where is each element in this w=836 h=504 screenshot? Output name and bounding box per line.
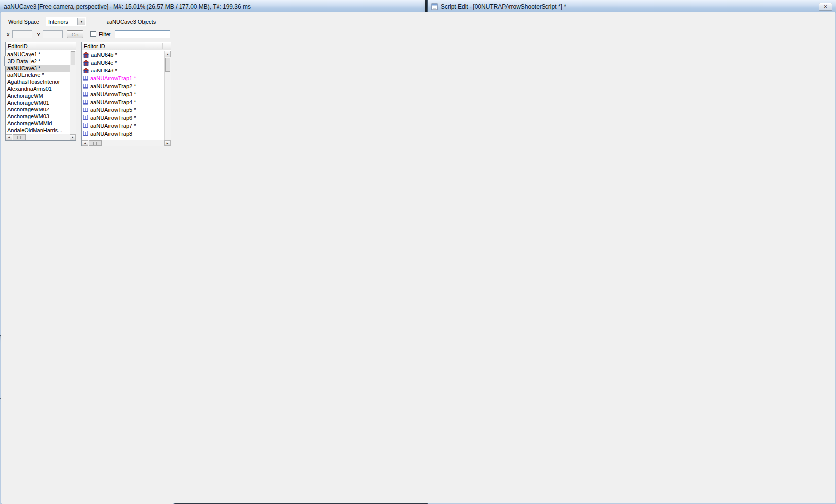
object-list-item[interactable]: aaNU64c * xyxy=(82,59,164,67)
house-icon xyxy=(83,68,89,73)
x-input[interactable] xyxy=(12,30,32,38)
scrollbar-thumb[interactable] xyxy=(71,51,75,65)
cell-list-item[interactable]: AnchorageWM02 xyxy=(6,106,70,113)
cell-view-window: Cell View World Space Interiors aaNUCave… xyxy=(0,398,175,504)
scroll-right-icon[interactable] xyxy=(164,140,171,146)
object-list-item[interactable]: aaNUArrowTrap7 * xyxy=(82,122,164,130)
objects-list-header-label: aaNUCave3 Objects xyxy=(93,19,169,25)
scrollbar-thumb[interactable] xyxy=(165,58,170,72)
render-window-titlebar[interactable]: aaNUCave3 [Free camera, perspective] - M… xyxy=(0,0,425,13)
house-icon xyxy=(83,52,89,58)
scroll-left-icon[interactable] xyxy=(82,140,88,146)
go-button: Go xyxy=(67,30,83,38)
activator-icon xyxy=(83,75,89,81)
object-list: Editor ID aaNU64b * aaNU64c * aaNU64d * … xyxy=(81,42,171,146)
script-window-titlebar[interactable]: Script Edit - [00NUTRAPArrowShooterScrip… xyxy=(428,0,836,13)
cell-list-item[interactable]: AnchorageWM xyxy=(6,92,70,99)
object-list-item[interactable]: aaNUArrowTrap6 * xyxy=(82,114,164,122)
geck-workspace: aaNUCave3 [Free camera, perspective] - M… xyxy=(0,0,836,504)
object-list-header[interactable]: Editor ID xyxy=(82,42,171,50)
cell-list-item[interactable]: aaNUEnclave * xyxy=(6,72,70,78)
x-label: X xyxy=(6,32,10,37)
activator-icon xyxy=(83,91,89,97)
object-list-item[interactable]: aaNUArrowTrap5 * xyxy=(82,106,164,114)
y-input[interactable] xyxy=(43,30,63,38)
y-label: Y xyxy=(37,32,40,37)
house-icon xyxy=(83,60,89,66)
filter-input[interactable] xyxy=(115,30,170,38)
tab-3d-data[interactable]: 3D Data xyxy=(4,56,31,66)
scrollbar-thumb[interactable] xyxy=(89,140,102,146)
world-space-dropdown[interactable]: Interiors xyxy=(46,17,86,26)
object-list-vertical-scrollbar[interactable] xyxy=(164,51,171,140)
object-list-rows: aaNU64b * aaNU64c * aaNU64d * aaNUArrowT… xyxy=(82,51,164,140)
activator-icon xyxy=(83,107,89,113)
cell-list-item-selected[interactable]: aaNUCave3 * xyxy=(6,65,70,72)
activator-icon xyxy=(83,99,89,105)
activator-icon xyxy=(83,123,89,129)
object-list-item[interactable]: aaNUArrowTrap2 * xyxy=(82,82,164,90)
object-list-horizontal-scrollbar[interactable] xyxy=(82,140,171,146)
filter-checkbox[interactable]: Filter xyxy=(90,31,110,37)
object-list-item[interactable]: aaNU64d * xyxy=(82,67,164,74)
close-icon[interactable] xyxy=(819,3,832,11)
activator-icon xyxy=(83,115,89,121)
scroll-left-icon[interactable] xyxy=(6,134,12,140)
cell-list-item[interactable]: AnchorageWM01 xyxy=(6,99,70,106)
cell-list-item[interactable]: AgathasHouseInterior xyxy=(6,78,70,85)
scroll-right-icon[interactable] xyxy=(70,134,76,140)
cell-list-vertical-scrollbar[interactable] xyxy=(70,51,76,134)
scroll-up-icon[interactable] xyxy=(165,51,171,57)
object-list-item[interactable]: aaNUArrowTrap8 xyxy=(82,130,164,138)
cell-list-item[interactable]: AnchorageWMMid xyxy=(6,120,70,127)
render-window-title: aaNUCave3 [Free camera, perspective] - M… xyxy=(4,3,251,10)
cell-list-item[interactable]: AnchorageWM03 xyxy=(6,113,70,120)
activator-icon xyxy=(83,131,89,137)
script-document-icon xyxy=(431,3,438,10)
script-window-title: Script Edit - [00NUTRAPArrowShooterScrip… xyxy=(441,3,566,10)
activator-icon xyxy=(83,83,89,89)
object-list-item[interactable]: aaNUArrowTrap4 * xyxy=(82,98,164,106)
object-list-item-selected[interactable]: aaNUArrowTrap1 * xyxy=(82,74,164,82)
object-list-item[interactable]: aaNUArrowTrap3 * xyxy=(82,90,164,98)
cell-list-item[interactable]: AlexandriaArms01 xyxy=(6,85,70,92)
world-space-label: World Space xyxy=(8,19,39,25)
cell-list-header[interactable]: EditorID xyxy=(6,42,76,50)
cell-list-horizontal-scrollbar[interactable] xyxy=(6,134,76,140)
scrollbar-thumb[interactable] xyxy=(13,134,26,140)
object-list-item[interactable]: aaNU64b * xyxy=(82,51,164,59)
cell-list-item[interactable]: AndaleOldManHarris... xyxy=(6,127,70,134)
chevron-down-icon[interactable] xyxy=(77,18,85,25)
